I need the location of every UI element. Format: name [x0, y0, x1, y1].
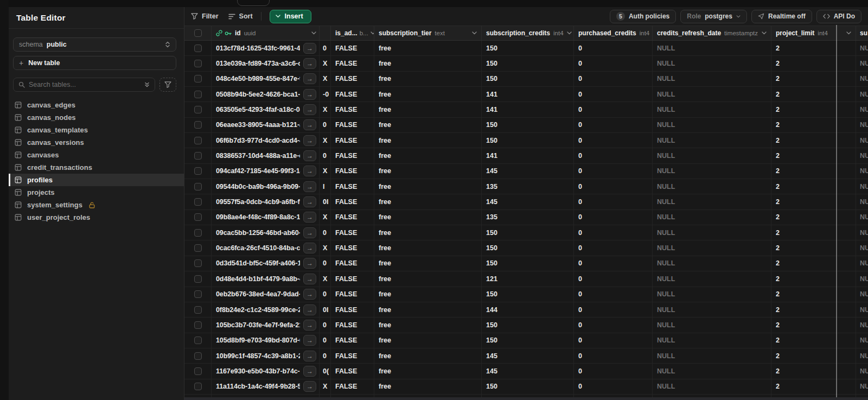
expand-row-button[interactable]: → [303, 58, 316, 69]
api-docs-button[interactable]: API Do [816, 10, 861, 23]
row-checkbox[interactable] [194, 60, 202, 67]
row-checkbox[interactable] [194, 336, 202, 344]
column-header-subscription-credits[interactable]: subscription_credits int4 [482, 26, 574, 40]
expand-row-button[interactable]: → [303, 89, 316, 100]
realtime-toggle-button[interactable]: Realtime off [751, 10, 812, 23]
search-tables-input[interactable]: Search tables... [13, 78, 155, 92]
table-row[interactable]: 063505e5-4293-4faf-a18c-0e65b... → X FAL… [184, 102, 868, 117]
chevron-down-icon[interactable] [472, 31, 477, 35]
row-checkbox[interactable] [194, 321, 202, 329]
table-row[interactable]: 10b99c1f-4857-4c39-a8b1-263b8... → 0 FAL… [184, 348, 868, 364]
row-checkbox[interactable] [194, 275, 202, 283]
column-header-subscription-tier[interactable]: subscription_tier text [374, 26, 482, 40]
table-row[interactable]: 0508b94b-5ee2-4626-bca1-4bca... → -0 FAL… [184, 87, 868, 102]
row-checkbox[interactable] [194, 383, 202, 390]
expand-row-button[interactable]: → [303, 166, 316, 176]
table-row[interactable]: 09cac5bb-1256-46bd-ab60-64ed... → 0 FALS… [184, 225, 868, 240]
expand-row-button[interactable]: → [303, 304, 316, 315]
expand-row-button[interactable]: → [303, 135, 316, 146]
table-row[interactable]: 0d48e4d4-b1bf-4479-9a8b-4a4b... → X FALS… [184, 271, 868, 287]
row-checkbox[interactable] [194, 183, 202, 191]
sidebar-item-profiles[interactable]: profiles [9, 174, 184, 186]
table-row[interactable]: 09b8ae4e-f48c-4f89-8a8c-1629b... → X FAL… [184, 210, 868, 225]
expand-row-button[interactable]: → [303, 243, 316, 253]
column-header-truncated[interactable] [320, 26, 331, 40]
expand-row-button[interactable]: → [303, 196, 316, 207]
expand-row-button[interactable]: → [303, 181, 316, 192]
row-checkbox[interactable] [194, 121, 202, 129]
column-header-clipped[interactable]: su [856, 26, 868, 40]
vertical-scrollbar[interactable] [836, 25, 837, 400]
column-header-purchased-credits[interactable]: purchased_credits int4 [574, 26, 653, 40]
row-checkbox[interactable] [194, 367, 202, 375]
sidebar-item-user_project_roles[interactable]: user_project_roles [9, 211, 184, 224]
expand-row-button[interactable]: → [303, 227, 316, 238]
column-header-project-limit[interactable]: project_limit int4 [771, 26, 856, 40]
row-checkbox[interactable] [194, 198, 202, 206]
auth-policies-button[interactable]: 5 Auth policies [610, 10, 676, 23]
table-row[interactable]: 06f6b7d3-977d-4cd0-acd4-4a78... → X FALS… [184, 133, 868, 148]
table-row[interactable]: 013cf78d-1625-43fc-9961-442189... → 0 FA… [184, 41, 868, 56]
expand-row-button[interactable]: → [303, 119, 316, 130]
sidebar-item-canvas_versions[interactable]: canvas_versions [9, 136, 184, 149]
table-row[interactable]: 0cac6fca-26cf-4510-84ba-c4580... → X FAL… [184, 240, 868, 256]
expand-row-button[interactable]: → [303, 43, 316, 54]
table-row[interactable]: 013e039a-fd89-473a-a3c6-ccfa9... → X FAL… [184, 56, 868, 71]
expand-row-button[interactable]: → [303, 73, 316, 84]
table-row[interactable]: 09557f5a-0dcb-4cb9-a6fb-fff366... → 0I F… [184, 194, 868, 209]
row-checkbox[interactable] [194, 152, 202, 160]
expand-row-button[interactable]: → [303, 366, 316, 377]
table-row[interactable]: 08386537-10d4-488a-a11e-eb5a6... → 0 FAL… [184, 148, 868, 163]
sidebar-filter-button[interactable] [159, 78, 176, 92]
chevron-down-icon[interactable] [567, 31, 572, 35]
sidebar-item-canvases[interactable]: canvases [9, 149, 184, 161]
chevron-down-icon[interactable] [762, 31, 767, 35]
sidebar-item-system_settings[interactable]: system_settings [9, 199, 184, 211]
row-checkbox[interactable] [194, 45, 202, 52]
sidebar-item-projects[interactable]: projects [9, 186, 184, 199]
new-table-button[interactable]: + New table [13, 56, 176, 70]
row-checkbox[interactable] [194, 167, 202, 175]
insert-button[interactable]: Insert [270, 10, 311, 23]
table-row[interactable]: 11a114cb-1a4c-49f4-9b28-52219ec... → X F… [184, 379, 868, 395]
filter-button[interactable]: Filter [191, 12, 219, 20]
chevron-down-icon[interactable] [846, 31, 851, 35]
row-checkbox[interactable] [194, 306, 202, 314]
expand-row-button[interactable]: → [303, 381, 316, 392]
expand-row-button[interactable]: → [303, 150, 316, 161]
row-checkbox[interactable] [194, 229, 202, 237]
column-header-is-admin[interactable]: is_ad... b... [331, 26, 374, 40]
row-checkbox[interactable] [194, 75, 202, 82]
expand-row-button[interactable]: → [303, 335, 316, 346]
row-checkbox[interactable] [194, 259, 202, 267]
table-row[interactable]: 048c4e50-b989-455e-847e-fb2f... → X FALS… [184, 72, 868, 87]
row-checkbox[interactable] [194, 244, 202, 252]
select-all-checkbox[interactable] [194, 29, 202, 37]
chevrons-down-icon[interactable] [144, 81, 150, 88]
table-row[interactable]: 1167e930-e5b0-43b7-b74c-788c9... → 0( FA… [184, 364, 868, 379]
row-checkbox[interactable] [194, 91, 202, 98]
column-header-id[interactable]: id uuid [212, 26, 320, 40]
horizontal-scrollbar[interactable] [184, 397, 868, 400]
expand-row-button[interactable]: → [303, 212, 316, 223]
row-checkbox[interactable] [194, 290, 202, 298]
table-row[interactable]: 0d3d541d-bf5c-459f-a406-16b93... → 0 FAL… [184, 256, 868, 271]
sidebar-item-credit_transactions[interactable]: credit_transactions [9, 161, 184, 174]
sidebar-item-canvas_nodes[interactable]: canvas_nodes [9, 111, 184, 124]
row-checkbox[interactable] [194, 213, 202, 221]
table-row[interactable]: 0f8b24e2-c1c2-4589-99ce-2c52d... → 0I FA… [184, 302, 868, 318]
table-row[interactable]: 105d8bf9-e703-49bd-807d-645e... → 0 FALS… [184, 333, 868, 348]
expand-row-button[interactable]: → [303, 274, 316, 284]
row-checkbox[interactable] [194, 352, 202, 360]
row-checkbox[interactable] [194, 106, 202, 113]
expand-row-button[interactable]: → [303, 320, 316, 331]
chevron-down-icon[interactable] [311, 31, 316, 35]
row-checkbox[interactable] [194, 137, 202, 144]
table-row[interactable]: 06eaee33-8905-4aaa-b121-ab552... → 0 FAL… [184, 118, 868, 133]
table-row[interactable]: 094caf42-7185-4e45-99f3-14abee... → X FA… [184, 164, 868, 179]
expand-row-button[interactable]: → [303, 258, 316, 269]
table-row[interactable]: 105bc3b7-03fe-4e7f-9efa-21bb40... → 0 FA… [184, 318, 868, 333]
sidebar-item-canvas_templates[interactable]: canvas_templates [9, 124, 184, 136]
schema-select[interactable]: schema public [13, 37, 176, 52]
chevron-down-icon[interactable] [371, 31, 374, 35]
